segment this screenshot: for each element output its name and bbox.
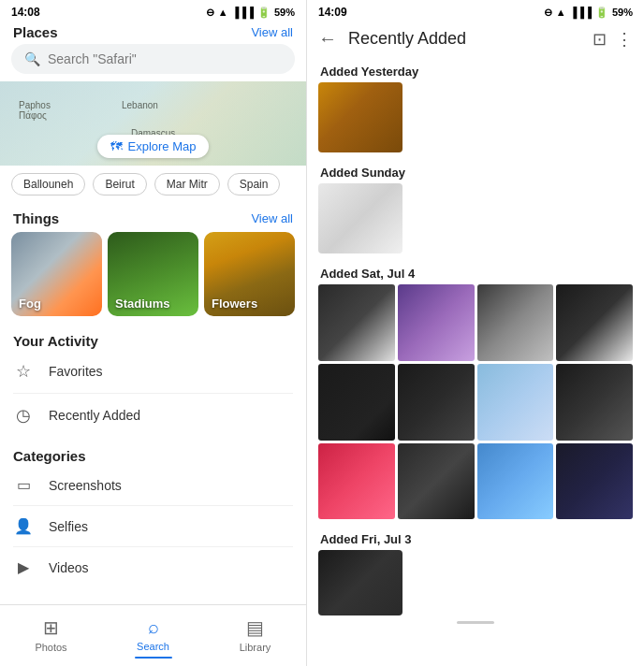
person-icon: 👤 [13,517,34,535]
added-fri-header: Added Fri, Jul 3 [307,527,644,550]
bottom-nav: ⊞ Photos ⌕ Search ▤ Library [0,604,306,666]
sat-photo-11[interactable] [477,443,554,520]
categories-section: Categories ▭ Screenshots 👤 Selfies ▶ Vid… [0,441,306,591]
nav-search[interactable]: ⌕ Search [102,613,204,662]
map-icon: 🗺 [110,139,123,153]
right-status-bar: 14:09 ⊖ ▲ ▐▐▐ 🔋 59% [307,0,644,22]
photos-nav-label: Photos [35,642,66,653]
left-panel: 14:08 ⊖ ▲ ▐▐▐ 🔋 59% Places View all 🔍 Se… [0,0,307,666]
star-icon: ☆ [13,361,34,382]
activity-recently-added[interactable]: ◷ Recently Added [13,394,293,437]
thing-card-stadiums[interactable]: Stadiums [108,232,198,316]
added-yesterday-header: Added Yesterday [307,59,644,82]
thing-card-flowers[interactable]: Flowers [204,232,295,316]
scroll-content[interactable]: Added Yesterday Added Sunday Added Sat, … [307,59,644,666]
sunday-photo[interactable] [318,183,402,253]
category-selfies[interactable]: 👤 Selfies [13,506,293,547]
left-status-bar: 14:08 ⊖ ▲ ▐▐▐ 🔋 59% [0,0,306,22]
fog-label: Fog [19,297,41,311]
videos-label: Videos [49,560,89,575]
recently-added-label: Recently Added [49,408,140,423]
right-status-icons: ⊖ ▲ ▐▐▐ 🔋 59% [544,7,633,19]
left-time: 14:08 [11,6,40,19]
left-status-icons: ⊖ ▲ ▐▐▐ 🔋 59% [206,7,295,19]
right-header: ← Recently Added ⊡ ⋮ [307,22,644,59]
favorites-label: Favorites [49,364,103,379]
location-chips: Ballouneh Beirut Mar Mitr Spain [0,166,306,203]
yesterday-photo[interactable] [318,82,402,152]
cast-icon[interactable]: ⊡ [593,29,607,50]
search-nav-label: Search [137,641,169,652]
search-nav-icon: ⌕ [148,616,159,638]
sat-photo-7[interactable] [477,364,554,441]
sat-photo-5[interactable] [318,364,395,441]
sat-photo-6[interactable] [398,364,475,441]
right-time: 14:09 [318,6,347,19]
explore-map-label: Explore Map [128,139,197,153]
activity-section: Your Activity ☆ Favorites ◷ Recently Add… [0,326,306,441]
chip-beirut[interactable]: Beirut [93,173,146,195]
nav-library[interactable]: ▤ Library [204,613,306,662]
search-placeholder: Search "Safari" [48,51,137,66]
things-header: Things View all [0,203,306,232]
do-not-disturb-icon: ⊖ [206,7,214,19]
chip-ballouneh[interactable]: Ballouneh [11,173,85,195]
added-sat-header: Added Sat, Jul 4 [307,261,644,284]
activity-title: Your Activity [13,333,98,349]
photos-nav-icon: ⊞ [43,616,59,639]
chip-mar-mitr[interactable]: Mar Mitr [154,173,220,195]
back-button[interactable]: ← [318,28,337,50]
sat-photo-2[interactable] [398,284,475,361]
explore-map-button[interactable]: 🗺 Explore Map [97,135,210,158]
sat-photo-3[interactable] [477,284,554,361]
right-panel-title: Recently Added [348,29,581,49]
clock-icon: ◷ [13,405,34,426]
right-battery-icon: 🔋 [595,7,608,19]
library-nav-label: Library [240,642,271,653]
chip-spain[interactable]: Spain [227,173,281,195]
bottom-handle [457,621,494,624]
sat-photo-1[interactable] [318,284,395,361]
things-view-all[interactable]: View all [251,211,293,225]
thing-card-fog[interactable]: Fog [11,232,102,316]
category-screenshots[interactable]: ▭ Screenshots [13,465,293,506]
fri-photo[interactable] [318,550,402,615]
places-title: Places [13,24,58,40]
categories-title: Categories [13,448,86,464]
search-icon: 🔍 [24,51,40,66]
screenshot-icon: ▭ [13,476,34,494]
stadiums-label: Stadiums [115,297,170,311]
right-dnd-icon: ⊖ [544,7,552,19]
flowers-label: Flowers [212,297,257,311]
battery-level: 59% [274,7,295,18]
header-actions: ⊡ ⋮ [593,29,633,50]
things-title: Things [13,210,59,226]
places-view-all[interactable]: View all [251,25,293,39]
sat-photo-grid [307,284,644,527]
right-signal-icon: ▐▐▐ [570,7,592,18]
sat-photo-12[interactable] [556,443,633,520]
added-sunday-header: Added Sunday [307,160,644,183]
places-header: Places View all [0,22,306,44]
activity-favorites[interactable]: ☆ Favorites [13,350,293,394]
wifi-icon: ▲ [218,7,228,18]
sat-photo-10[interactable] [398,443,475,520]
signal-icon: ▐▐▐ [232,7,254,18]
things-grid: Fog Stadiums Flowers [0,232,306,326]
nav-photos[interactable]: ⊞ Photos [0,613,102,662]
search-bar[interactable]: 🔍 Search "Safari" [11,44,295,74]
more-options-icon[interactable]: ⋮ [616,29,633,50]
sat-photo-8[interactable] [556,364,633,441]
right-battery-level: 59% [612,7,633,18]
right-panel: 14:09 ⊖ ▲ ▐▐▐ 🔋 59% ← Recently Added ⊡ ⋮… [307,0,644,666]
search-nav-underline [135,657,172,659]
map-container: PaphosΠάφος Lebanon Damascus 🗺 Explore M… [0,81,306,166]
sat-photo-4[interactable] [556,284,633,361]
battery-icon: 🔋 [257,7,271,19]
selfies-label: Selfies [49,519,88,534]
sat-photo-9[interactable] [318,443,395,520]
category-videos[interactable]: ▶ Videos [13,547,293,587]
library-nav-icon: ▤ [246,616,264,639]
play-icon: ▶ [13,558,34,576]
screenshots-label: Screenshots [49,478,122,493]
